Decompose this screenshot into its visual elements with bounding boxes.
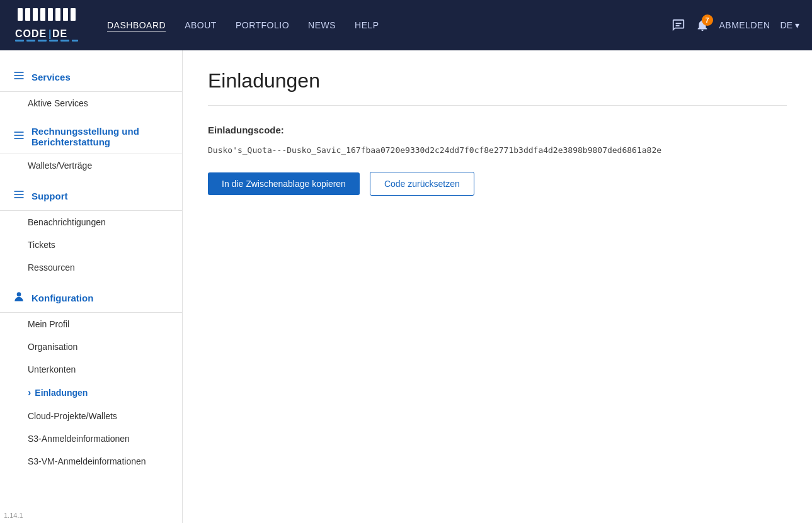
sidebar-item-organisation[interactable]: Organisation [0,335,182,358]
svg-rect-22 [14,78,24,79]
svg-rect-16 [60,40,69,42]
abmelden-button[interactable]: ABMELDEN [719,20,770,30]
sidebar-section-konfiguration: Konfiguration Mein Profil Organisation U… [0,284,182,473]
sidebar-item-s3-vm-anmelde[interactable]: S3-VM-Anmeldeinformationen [0,450,182,473]
svg-rect-28 [14,197,24,198]
support-icon [13,188,25,204]
konfiguration-icon [13,290,25,306]
header: CODE | DE DASHBOARD ABOUT PORTFOLIO NEWS… [0,0,812,50]
header-right: 7 ABMELDEN DE ▾ [672,18,799,32]
svg-rect-5 [48,8,53,21]
services-icon [13,69,25,85]
logo: CODE | DE [13,6,82,45]
language-selector[interactable]: DE ▾ [781,20,799,30]
svg-rect-26 [14,191,24,192]
svg-rect-2 [25,8,30,21]
sidebar-item-wallets[interactable]: Wallets/Verträge [0,154,182,177]
sidebar-item-s3-anmelde[interactable]: S3-Anmeldeinformationen [0,427,182,450]
svg-rect-19 [675,25,679,26]
page-title: Einladungen [208,69,787,93]
svg-text:CODE: CODE [15,28,47,39]
notification-button[interactable]: 7 [695,18,709,32]
sidebar-item-aktive-services[interactable]: Aktive Services [0,92,182,115]
sidebar-services-label: Services [31,72,71,82]
sidebar-services-header[interactable]: Services [0,63,182,92]
sidebar-section-billing: Rechnungsstellung und Berichterstattung … [0,120,182,177]
sidebar-billing-label: Rechnungsstellung und Berichterstattung [31,126,169,147]
svg-rect-3 [33,8,38,21]
svg-point-29 [17,292,21,296]
svg-rect-14 [38,40,47,42]
sidebar-support-header[interactable]: Support [0,182,182,211]
svg-rect-17 [72,40,78,42]
main-nav: DASHBOARD ABOUT PORTFOLIO NEWS HELP [107,20,672,30]
sidebar-item-benachrichtigungen[interactable]: Benachrichtigungen [0,211,182,233]
main-content: Einladungen Einladungscode: Dusko's_Quot… [183,50,812,523]
sidebar-item-tickets[interactable]: Tickets [0,233,182,256]
svg-rect-8 [71,8,76,21]
notification-badge: 7 [702,14,713,26]
sidebar-item-ressourcen[interactable]: Ressourcen [0,256,182,279]
chat-button[interactable] [672,18,685,32]
sidebar-konfiguration-label: Konfiguration [31,293,93,303]
svg-rect-4 [40,8,45,21]
version-label: 1.14.1 [4,512,23,519]
chevron-down-icon: ▾ [795,20,799,30]
nav-about[interactable]: ABOUT [185,20,217,30]
sidebar: Services Aktive Services Rechnungsstellu… [0,50,183,523]
sidebar-konfiguration-header[interactable]: Konfiguration [0,284,182,313]
invitation-code-value: Dusko's_Quota---Dusko_Savic_167fbaa0720e… [208,144,787,157]
reset-button[interactable]: Code zurücksetzen [370,172,474,196]
sidebar-section-services: Services Aktive Services [0,63,182,115]
nav-help[interactable]: HELP [355,20,379,30]
svg-text:DE: DE [52,28,67,39]
copy-button[interactable]: In die Zwischenablage kopieren [208,172,360,195]
svg-rect-24 [14,135,24,136]
svg-rect-20 [14,72,24,73]
sidebar-section-support: Support Benachrichtigungen Tickets Resso… [0,182,182,279]
svg-rect-12 [15,40,24,42]
sidebar-item-unterkonten[interactable]: Unterkonten [0,358,182,381]
svg-rect-7 [63,8,68,21]
billing-icon [13,129,25,145]
sidebar-item-cloud-projekte[interactable]: Cloud-Projekte/Wallets [0,405,182,427]
sidebar-support-label: Support [31,191,68,201]
svg-rect-15 [49,40,58,42]
sidebar-billing-header[interactable]: Rechnungsstellung und Berichterstattung [0,120,182,154]
divider [208,105,787,106]
nav-portfolio[interactable]: PORTFOLIO [236,20,289,30]
svg-rect-23 [14,132,24,133]
svg-text:|: | [49,28,51,39]
svg-rect-6 [55,8,60,21]
svg-rect-13 [26,40,35,42]
invitation-code-label: Einladungscode: [208,125,787,135]
sidebar-item-mein-profil[interactable]: Mein Profil [0,313,182,335]
nav-news[interactable]: NEWS [308,20,336,30]
svg-rect-21 [14,75,24,76]
layout: Services Aktive Services Rechnungsstellu… [0,50,812,523]
svg-rect-27 [14,194,24,195]
sidebar-item-einladungen[interactable]: Einladungen [0,381,182,405]
action-buttons: In die Zwischenablage kopieren Code zurü… [208,172,787,196]
nav-dashboard[interactable]: DASHBOARD [107,20,166,30]
svg-rect-18 [675,23,681,24]
svg-rect-25 [14,138,24,139]
svg-rect-1 [18,8,23,21]
